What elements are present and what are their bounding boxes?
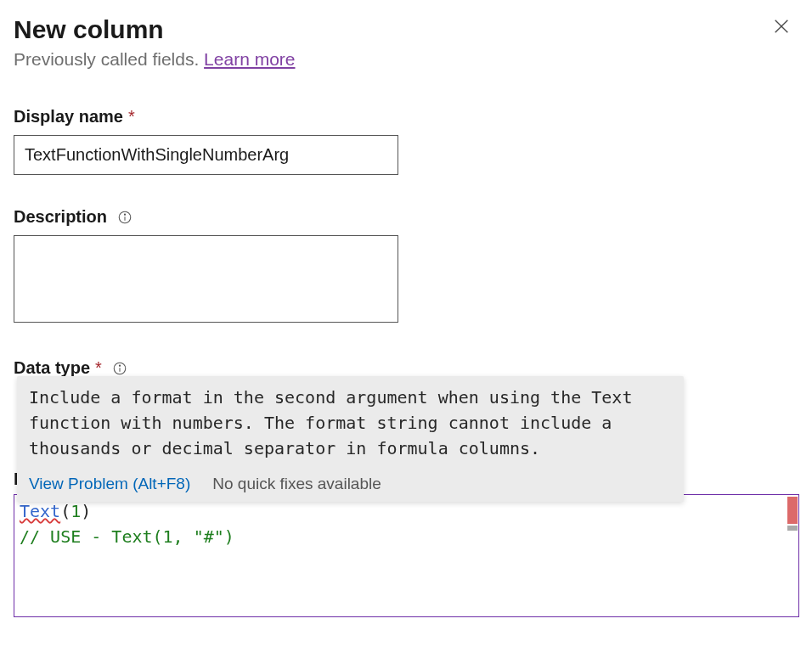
close-button[interactable] — [770, 15, 793, 39]
code-line-1: Text(1) — [20, 498, 793, 524]
code-function-name: Text — [20, 501, 60, 521]
info-icon[interactable] — [117, 210, 133, 225]
code-paren-open: ( — [60, 501, 70, 521]
svg-point-4 — [124, 214, 125, 215]
required-indicator: * — [95, 358, 102, 378]
scrollbar-position-marker — [787, 526, 798, 531]
panel-title: New column — [14, 15, 296, 44]
formula-editor[interactable]: Text(1) // USE - Text(1, "#") — [14, 494, 799, 617]
close-icon — [772, 17, 791, 38]
display-name-label: Display name * — [14, 107, 798, 127]
display-name-input[interactable] — [14, 135, 398, 175]
data-type-label: Data type * — [14, 358, 798, 378]
learn-more-link[interactable]: Learn more — [204, 49, 295, 69]
no-fixes-label: No quick fixes available — [212, 475, 381, 493]
display-name-label-text: Display name — [14, 107, 123, 127]
info-icon[interactable] — [112, 361, 127, 376]
data-type-label-text: Data type — [14, 358, 90, 378]
scrollbar-error-marker[interactable] — [787, 497, 798, 524]
description-label: Description — [14, 207, 798, 227]
tooltip-message: Include a format in the second argument … — [17, 376, 684, 468]
code-paren-close: ) — [81, 501, 91, 521]
description-input[interactable] — [14, 235, 398, 323]
description-label-text: Description — [14, 207, 107, 227]
code-line-2: // USE - Text(1, "#") — [20, 524, 793, 549]
svg-point-7 — [119, 365, 120, 366]
required-indicator: * — [128, 107, 135, 127]
panel-subtitle: Previously called fields. Learn more — [14, 49, 296, 70]
subtitle-text: Previously called fields. — [14, 49, 204, 69]
problem-tooltip: Include a format in the second argument … — [17, 376, 684, 502]
code-number: 1 — [70, 501, 81, 521]
view-problem-link[interactable]: View Problem (Alt+F8) — [29, 475, 190, 493]
